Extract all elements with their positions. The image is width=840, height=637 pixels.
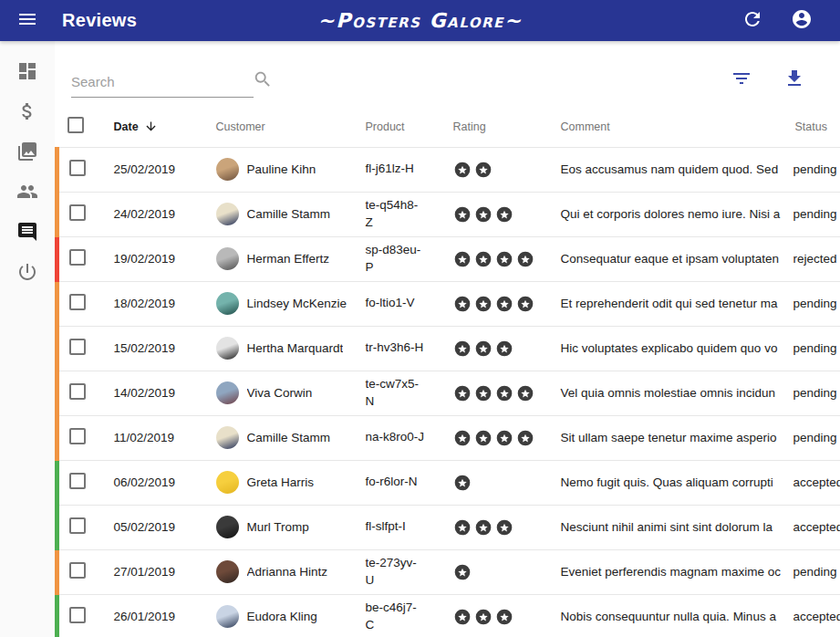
row-comment: Nesciunt nihil animi sint sint dolorum l…: [546, 505, 781, 549]
row-comment: Vel quia omnis molestiae omnis incidun: [546, 371, 781, 415]
column-header-customer[interactable]: Customer: [202, 107, 351, 147]
row-status: pending: [781, 281, 840, 326]
row-select-cell: [57, 505, 99, 549]
star-icon: [474, 429, 493, 447]
star-icon: [453, 339, 472, 358]
table-header-row: Date Customer Product Rating Comment Sta…: [57, 107, 840, 147]
star-icon: [516, 384, 534, 402]
column-header-rating[interactable]: Rating: [439, 107, 546, 147]
table-row[interactable]: 25/02/2019 Pauline Kihn fl-j61lz-H Eos a…: [57, 147, 840, 192]
star-icon: [453, 250, 472, 268]
customer-avatar: [216, 292, 239, 315]
row-checkbox[interactable]: [69, 383, 86, 400]
row-customer-cell: Lindsey McKenzie: [202, 281, 351, 326]
sidebar-item-power[interactable]: [11, 262, 44, 285]
row-checkbox[interactable]: [69, 339, 86, 355]
table-row[interactable]: 26/01/2019 Eudora Kling be-c46j7-C Nobis…: [57, 594, 840, 637]
column-header-date[interactable]: Date: [99, 107, 202, 147]
row-product: fo-r6lor-N: [351, 460, 439, 505]
row-rating: [439, 147, 546, 192]
star-icon: [495, 608, 513, 626]
profile-button[interactable]: [787, 5, 816, 37]
row-select-cell: [57, 415, 99, 460]
export-button[interactable]: [780, 64, 809, 96]
star-icon: [474, 295, 493, 313]
column-header-comment[interactable]: Comment: [546, 107, 781, 147]
row-customer-cell: Hertha Marquardt: [202, 326, 351, 371]
star-icon: [453, 161, 472, 179]
row-rating: [439, 594, 546, 637]
sidebar-item-dollar[interactable]: [11, 101, 44, 124]
row-checkbox[interactable]: [69, 562, 86, 579]
star-icon: [474, 339, 493, 358]
table-row[interactable]: 14/02/2019 Viva Corwin te-cw7x5-N Vel qu…: [57, 371, 840, 415]
toolbar-actions: [727, 64, 809, 98]
sidebar-item-photo-library[interactable]: [11, 141, 44, 164]
row-select-cell: [57, 460, 99, 505]
star-icon: [474, 161, 493, 179]
row-comment: Hic voluptates explicabo quidem quo vo: [546, 326, 781, 371]
sidebar-item-people[interactable]: [11, 182, 44, 204]
table-row[interactable]: 24/02/2019 Camille Stamm te-q54h8-Z Qui …: [57, 192, 840, 236]
rating-stars: [453, 429, 543, 447]
select-all-checkbox[interactable]: [67, 117, 84, 133]
row-product: na-k8ro0-J: [351, 415, 439, 460]
row-customer-cell: Camille Stamm: [202, 192, 351, 236]
row-comment: Nemo fugit quis. Quas aliquam corrupti: [546, 460, 781, 505]
sidebar-item-comment[interactable]: [11, 222, 44, 245]
row-product: tr-hv3h6-H: [351, 326, 439, 371]
row-comment: Eveniet perferendis magnam maxime oc: [546, 549, 781, 594]
refresh-button[interactable]: [738, 5, 767, 37]
customer-name: Greta Harris: [247, 475, 315, 489]
customer-avatar: [216, 203, 239, 225]
column-header-status[interactable]: Status: [781, 107, 840, 147]
row-checkbox[interactable]: [69, 249, 86, 266]
row-status: pending: [781, 192, 840, 236]
star-icon: [516, 429, 534, 447]
filter-button[interactable]: [727, 64, 756, 96]
table-row[interactable]: 06/02/2019 Greta Harris fo-r6lor-N Nemo …: [57, 460, 840, 505]
search-input[interactable]: [71, 74, 253, 89]
row-checkbox[interactable]: [69, 160, 86, 176]
row-checkbox[interactable]: [69, 294, 86, 310]
table-row[interactable]: 15/02/2019 Hertha Marquardt tr-hv3h6-H H…: [57, 326, 840, 371]
row-date: 24/02/2019: [99, 192, 202, 236]
rating-stars: [453, 250, 543, 268]
row-status: pending: [781, 415, 840, 460]
table-row[interactable]: 18/02/2019 Lindsey McKenzie fo-ltio1-V E…: [57, 281, 840, 326]
customer-avatar: [216, 471, 239, 494]
row-checkbox[interactable]: [69, 517, 86, 534]
table-row[interactable]: 27/01/2019 Adrianna Hintz te-273yv-U Eve…: [57, 549, 840, 594]
row-rating: [439, 326, 546, 371]
star-icon: [474, 608, 493, 626]
row-checkbox[interactable]: [69, 204, 86, 221]
customer-avatar: [216, 516, 239, 538]
account-circle-icon: [791, 8, 813, 33]
table-row[interactable]: 19/02/2019 Herman Effertz sp-d83eu-P Con…: [57, 236, 840, 281]
star-icon: [453, 429, 472, 447]
search-icon: [253, 69, 273, 93]
row-customer-cell: Adrianna Hintz: [202, 549, 351, 594]
row-status: pending: [781, 147, 840, 192]
row-comment: Eos accusamus nam quidem quod. Sed: [546, 147, 781, 192]
customer-avatar: [216, 426, 239, 449]
star-icon: [453, 608, 472, 626]
rating-stars: [453, 563, 543, 581]
menu-button[interactable]: [13, 5, 42, 37]
row-date: 19/02/2019: [99, 236, 202, 281]
table-row[interactable]: 05/02/2019 Murl Tromp fl-slfpt-I Nesciun…: [57, 505, 840, 549]
sidebar-item-dashboard[interactable]: [11, 61, 44, 84]
row-customer-cell: Herman Effertz: [202, 236, 351, 281]
rating-stars: [453, 608, 543, 626]
column-header-product[interactable]: Product: [351, 107, 439, 147]
row-product: fo-ltio1-V: [351, 281, 439, 326]
row-checkbox[interactable]: [69, 473, 86, 489]
rating-stars: [453, 518, 543, 537]
row-rating: [439, 236, 546, 281]
row-product: te-q54h8-Z: [351, 192, 439, 236]
comment-icon: [16, 221, 38, 245]
row-checkbox[interactable]: [69, 607, 86, 623]
table-row[interactable]: 11/02/2019 Camille Stamm na-k8ro0-J Sit …: [57, 415, 840, 460]
row-customer-cell: Viva Corwin: [202, 371, 351, 415]
row-checkbox[interactable]: [69, 428, 86, 444]
